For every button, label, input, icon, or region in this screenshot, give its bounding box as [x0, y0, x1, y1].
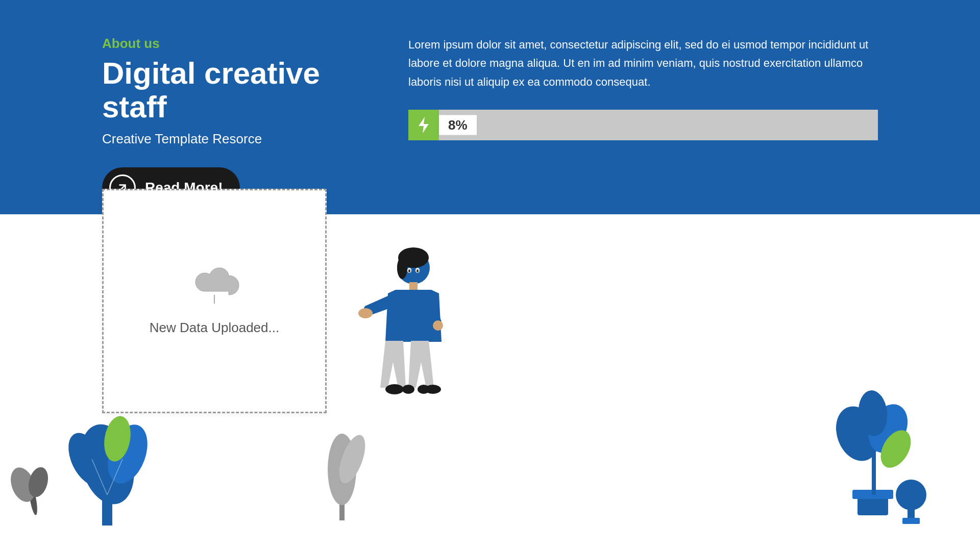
progress-label: 8%: [439, 115, 477, 135]
about-label: About us: [102, 36, 368, 52]
plant-decoration-card-right: [316, 418, 368, 520]
upload-text: New Data Uploaded...: [150, 320, 279, 336]
cloud-upload-icon: [189, 267, 240, 310]
svg-point-12: [425, 385, 441, 394]
bottom-section: New Data Uploaded...: [0, 214, 980, 551]
svg-point-5: [397, 257, 407, 279]
svg-point-15: [408, 269, 410, 272]
progress-fill: [439, 110, 878, 140]
svg-point-10: [402, 385, 414, 394]
plant-decoration-left-small: [10, 459, 56, 520]
progress-bar-container: 8%: [408, 110, 878, 140]
upload-card[interactable]: New Data Uploaded...: [102, 189, 327, 413]
svg-marker-1: [419, 117, 429, 133]
svg-point-7: [358, 308, 373, 318]
main-title: Digital creative staff: [102, 57, 368, 124]
person-illustration: [357, 240, 470, 434]
right-panel: Lorem ipsum dolor sit amet, consectetur …: [368, 36, 878, 140]
svg-point-9: [385, 384, 404, 394]
progress-icon: [408, 110, 439, 140]
svg-point-16: [416, 269, 419, 272]
svg-rect-37: [902, 518, 920, 524]
description-text: Lorem ipsum dolor sit amet, consectetur …: [408, 36, 878, 91]
subtitle: Creative Template Resorce: [102, 131, 368, 147]
top-section: About us Digital creative staff Creative…: [0, 0, 980, 214]
svg-point-35: [896, 480, 926, 510]
plant-decoration-right: [817, 372, 929, 525]
svg-point-8: [433, 320, 443, 331]
left-panel: About us Digital creative staff Creative…: [102, 36, 368, 208]
progress-track: 8%: [439, 110, 878, 140]
